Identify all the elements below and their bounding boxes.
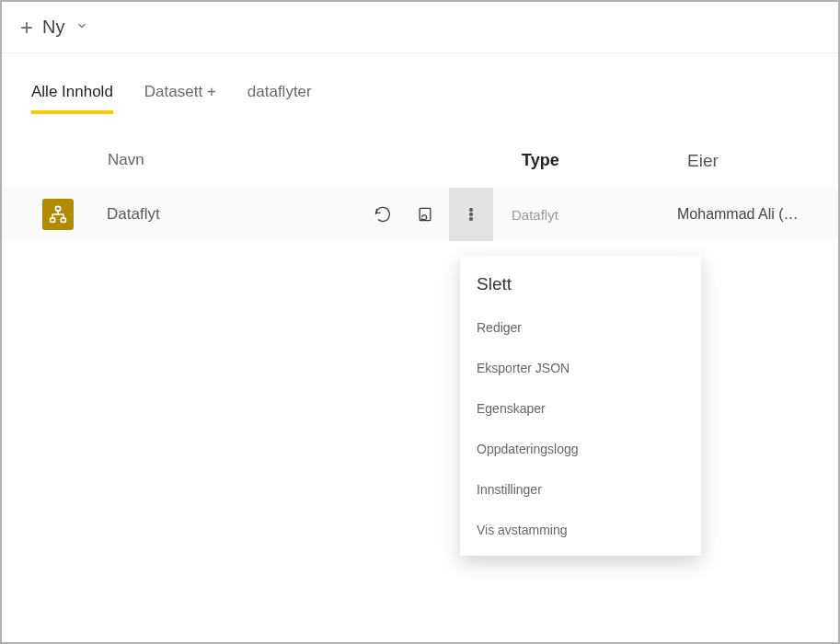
menu-item-edit[interactable]: Rediger (460, 307, 701, 348)
refresh-button[interactable] (364, 196, 401, 233)
item-name: Dataflyt (107, 205, 364, 224)
new-button[interactable]: + Ny (15, 11, 94, 44)
svg-rect-0 (56, 207, 61, 211)
more-options-button[interactable] (449, 188, 493, 241)
menu-item-properties[interactable]: Egenskaper (460, 388, 701, 429)
chevron-down-icon (75, 19, 88, 35)
menu-item-settings[interactable]: Innstillinger (460, 469, 701, 510)
svg-rect-1 (51, 218, 55, 222)
menu-item-refresh-history[interactable]: Oppdateringslogg (460, 429, 701, 469)
tab-all-content[interactable]: Alle Innhold (31, 83, 113, 114)
col-header-owner[interactable]: Eier (687, 151, 809, 171)
table-row[interactable]: Dataflyt Dataflyt Mohammad Ali (MO... (2, 188, 838, 241)
item-owner: Mohammad Ali (MO... (677, 206, 809, 223)
svg-point-4 (470, 209, 473, 212)
menu-item-view-lineage[interactable]: Vis avstamming (460, 510, 701, 550)
menu-header-delete[interactable]: Slett (460, 265, 701, 307)
new-button-label: Ny (42, 17, 64, 38)
svg-rect-2 (61, 218, 65, 222)
col-header-name[interactable]: Navn (108, 151, 522, 171)
context-menu: Slett Rediger Eksporter JSON Egenskaper … (460, 256, 701, 556)
menu-item-export-json[interactable]: Eksporter JSON (460, 348, 701, 388)
plus-icon: + (20, 15, 33, 40)
svg-point-5 (470, 213, 473, 216)
tab-datasets[interactable]: Datasett + (144, 83, 216, 110)
columns-header: Navn Type Eier (2, 114, 838, 188)
col-header-type[interactable]: Type (522, 151, 687, 171)
item-type: Dataflyt (512, 207, 677, 223)
tabs: Alle Innhold Datasett + dataflyter (2, 53, 838, 114)
tab-dataflows[interactable]: dataflyter (247, 83, 312, 110)
schedule-refresh-button[interactable] (407, 196, 443, 233)
svg-point-6 (470, 218, 473, 221)
dataflow-icon (42, 199, 74, 230)
